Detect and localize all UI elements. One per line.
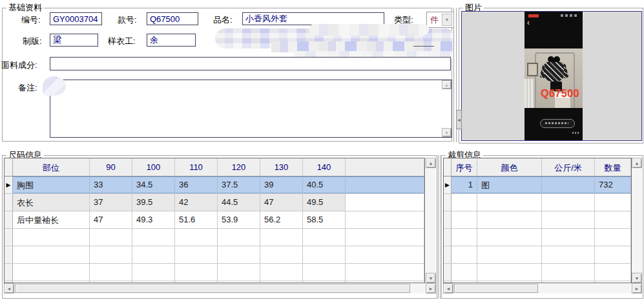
cut-table[interactable]: 序号颜色公斤/米数量▶1图732 <box>443 158 632 283</box>
table-cell[interactable] <box>260 246 303 263</box>
vertical-splitter[interactable] <box>438 155 441 299</box>
table-cell[interactable]: 56.2 <box>260 211 303 228</box>
cut-table-hscroll-thumb[interactable] <box>454 284 538 293</box>
column-header[interactable]: 90 <box>90 158 132 176</box>
table-cell[interactable]: 51.6 <box>175 211 218 228</box>
patternmaker-input[interactable] <box>50 34 98 47</box>
table-cell[interactable] <box>132 229 175 246</box>
table-row[interactable] <box>444 246 631 264</box>
table-cell[interactable]: 53.9 <box>218 211 260 228</box>
table-cell[interactable] <box>303 246 346 263</box>
scroll-up-icon[interactable]: ▲ <box>426 158 436 168</box>
table-row[interactable]: 衣长3739.54244.54749.5 <box>5 194 424 211</box>
table-cell[interactable] <box>542 246 595 263</box>
table-cell[interactable]: 33 <box>90 177 132 193</box>
cut-table-vscrollbar[interactable] <box>632 158 642 283</box>
panel-collapse-handle[interactable]: ◄ <box>456 110 462 129</box>
scroll-right-icon[interactable]: ► <box>632 283 642 294</box>
table-cell[interactable]: 39 <box>260 177 303 193</box>
scroll-left-icon[interactable]: ◄ <box>4 283 14 294</box>
table-cell[interactable] <box>346 177 424 193</box>
scroll-up-icon[interactable]: ▲ <box>632 158 642 168</box>
table-cell[interactable] <box>452 246 477 263</box>
table-cell[interactable] <box>542 229 595 246</box>
table-cell[interactable]: 42 <box>175 194 218 211</box>
table-row[interactable] <box>444 229 631 246</box>
table-cell[interactable] <box>595 229 631 246</box>
table-cell[interactable] <box>595 211 631 228</box>
table-cell[interactable] <box>477 194 542 211</box>
table-row[interactable] <box>444 194 631 211</box>
column-header[interactable]: 140 <box>303 158 346 176</box>
table-cell[interactable] <box>346 246 424 263</box>
fabric-input[interactable] <box>50 57 451 70</box>
table-cell[interactable]: 37.5 <box>218 177 260 193</box>
table-cell[interactable]: 37 <box>90 194 132 211</box>
table-cell[interactable]: 34.5 <box>132 177 175 193</box>
table-cell[interactable] <box>346 194 424 211</box>
table-cell[interactable]: 后中量袖长 <box>13 211 90 228</box>
table-row[interactable] <box>5 246 424 264</box>
table-cell[interactable] <box>218 246 260 263</box>
table-row[interactable] <box>5 229 424 246</box>
column-header[interactable]: 公斤/米 <box>542 158 595 176</box>
table-cell[interactable] <box>346 264 424 281</box>
table-cell[interactable] <box>218 264 260 281</box>
table-row[interactable] <box>444 211 631 229</box>
scroll-down-icon[interactable]: ▼ <box>426 273 436 283</box>
table-cell[interactable] <box>477 229 542 246</box>
table-cell[interactable] <box>346 229 424 246</box>
table-cell[interactable] <box>132 246 175 263</box>
column-header[interactable]: 部位 <box>13 158 90 176</box>
table-cell[interactable] <box>13 229 90 246</box>
sampleworker-input[interactable] <box>147 34 196 47</box>
table-cell[interactable] <box>175 229 218 246</box>
table-cell[interactable] <box>595 264 631 281</box>
column-header[interactable]: 颜色 <box>477 158 542 176</box>
table-row[interactable]: 后中量袖长4749.351.653.956.258.5 <box>5 211 424 229</box>
table-cell[interactable]: 44.5 <box>218 194 260 211</box>
remark-textarea[interactable] <box>50 80 452 138</box>
table-row[interactable] <box>5 264 424 281</box>
scroll-left-icon[interactable]: ◄ <box>443 283 453 294</box>
table-cell[interactable]: 图 <box>477 177 542 193</box>
table-cell[interactable] <box>90 264 132 281</box>
table-cell[interactable]: 1 <box>452 177 477 193</box>
table-cell[interactable] <box>542 194 595 211</box>
table-cell[interactable] <box>303 229 346 246</box>
scroll-down-icon[interactable]: ▼ <box>442 128 452 137</box>
table-cell[interactable] <box>346 211 424 228</box>
table-cell[interactable]: 36 <box>175 177 218 193</box>
column-header[interactable]: 120 <box>218 158 260 176</box>
table-cell[interactable]: 胸围 <box>13 177 90 193</box>
table-row[interactable] <box>444 264 631 281</box>
table-cell[interactable] <box>175 264 218 281</box>
table-row[interactable]: ▶胸围3334.53637.53940.5 <box>5 177 424 194</box>
chevron-down-icon[interactable]: ▼ <box>442 14 452 26</box>
style-no-input[interactable] <box>147 12 198 25</box>
size-table-hscroll-thumb[interactable] <box>15 284 410 293</box>
table-cell[interactable] <box>595 194 631 211</box>
table-cell[interactable] <box>90 246 132 263</box>
table-cell[interactable] <box>260 229 303 246</box>
table-cell[interactable] <box>542 177 595 193</box>
table-cell[interactable]: 39.5 <box>132 194 175 211</box>
table-cell[interactable]: 49.3 <box>132 211 175 228</box>
table-cell[interactable] <box>90 229 132 246</box>
column-header[interactable]: 100 <box>132 158 175 176</box>
column-header[interactable]: 110 <box>175 158 218 176</box>
table-cell[interactable] <box>303 264 346 281</box>
column-header[interactable]: 数量 <box>595 158 631 176</box>
table-cell[interactable] <box>477 264 542 281</box>
table-cell[interactable] <box>452 264 477 281</box>
table-cell[interactable]: 58.5 <box>303 211 346 228</box>
table-cell[interactable] <box>218 229 260 246</box>
table-cell[interactable]: 47 <box>90 211 132 228</box>
scroll-right-icon[interactable]: ► <box>426 283 436 294</box>
table-cell[interactable] <box>452 194 477 211</box>
scroll-up-icon[interactable]: ▲ <box>442 80 452 89</box>
table-cell[interactable] <box>175 246 218 263</box>
column-header[interactable]: 130 <box>260 158 303 176</box>
table-cell[interactable] <box>477 246 542 263</box>
table-cell[interactable]: 732 <box>595 177 631 193</box>
